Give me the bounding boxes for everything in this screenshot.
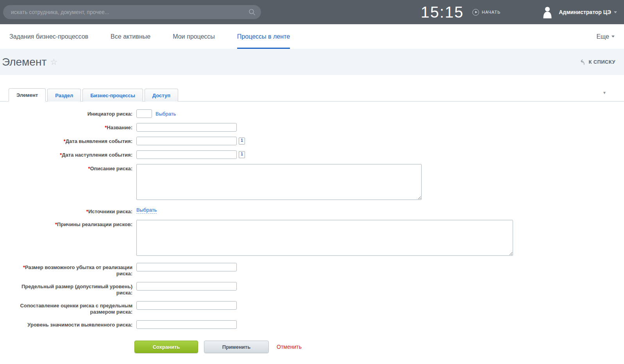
risk-description-textarea[interactable] [136,164,422,200]
start-workday-button[interactable]: НАЧАТЬ [472,9,501,16]
form-row-risk-limit: Предельный размер (допустимый уровень) р… [9,282,615,296]
risk-causes-textarea[interactable] [136,220,513,256]
occurrence-date-input[interactable] [136,150,237,159]
risk-initiator-input[interactable] [136,109,152,118]
field-label: Предельный размер (допустимый уровень) р… [21,284,132,296]
favorite-star-icon[interactable]: ☆ [50,57,57,67]
form-row-possible-loss: *Размер возможного убытка от реализации … [9,263,615,277]
start-workday-label: НАЧАТЬ [482,10,501,14]
nav-more-menu[interactable]: Еще [596,24,615,49]
tab-business-processes[interactable]: Бизнес-процессы [82,89,143,102]
tabs-settings-dropdown-icon[interactable]: ▼ [603,91,606,95]
avatar-icon [542,6,553,18]
cancel-link[interactable]: Отменить [277,344,302,350]
chevron-down-icon [614,11,617,13]
save-button[interactable]: Сохранить [134,341,198,353]
clock: 15:15 [421,4,464,20]
form-row-risk-causes: *Причины реализации рисков: [9,220,615,256]
field-label: Инициатор риска: [88,111,132,117]
back-to-list-link[interactable]: К СПИСКУ [579,59,615,65]
tab-element[interactable]: Элемент [9,88,46,102]
element-form: Инициатор риска: Выбрать *Название: *Дат… [9,102,615,364]
field-label: Сопоставление оценки риска с предельным … [20,303,132,315]
form-row-risk-comparison: Сопоставление оценки риска с предельным … [9,301,615,315]
nav-item-all-active[interactable]: Все активные [111,24,150,49]
tab-access[interactable]: Доступ [145,89,178,102]
search-icon[interactable] [249,9,256,16]
form-row-risk-sources: *Источники риска: Выбрать [9,207,615,215]
chevron-down-icon [611,36,615,37]
risk-comparison-input[interactable] [136,301,237,310]
back-to-list-label: К СПИСКУ [588,59,615,65]
detection-date-input[interactable] [136,137,237,145]
form-row-risk-description: *Описание риска: [9,164,615,200]
risk-significance-input[interactable] [136,320,237,329]
search-input[interactable] [11,9,249,15]
form-row-detection-date: *Дата выявления события: 1 [9,137,615,145]
back-arrow-icon [579,59,585,65]
field-label: Причины реализации рисков: [57,221,132,227]
content-area: Элемент Раздел Бизнес-процессы Доступ ▼ … [0,75,624,364]
nav-item-processes-in-feed[interactable]: Процессы в ленте [237,24,290,49]
nav-more-label: Еще [596,33,609,40]
page-title: Элемент [2,56,46,68]
form-tabs: Элемент Раздел Бизнес-процессы Доступ [0,88,624,102]
apply-button[interactable]: Применить [204,341,269,353]
field-label: Название: [107,125,132,130]
field-label: Источники риска: [88,209,132,214]
form-row-title: *Название: [9,123,615,132]
page-header: Элемент ☆ К СПИСКУ [0,49,624,75]
user-menu[interactable]: Администратор ЦЭ [542,6,617,18]
global-search[interactable] [3,5,261,19]
field-label: Размер возможного убытка от реализации р… [25,264,132,277]
main-navigation: Задания бизнес-процессов Все активные Мо… [0,24,624,49]
form-actions: Сохранить Применить Отменить [134,341,615,353]
risk-sources-choose-link[interactable]: Выбрать [136,207,157,214]
play-icon [472,9,479,16]
risk-initiator-choose-link[interactable]: Выбрать [156,111,176,117]
field-label: Дата наступления события: [62,152,132,158]
top-bar: 15:15 НАЧАТЬ Администратор ЦЭ [0,0,624,24]
form-row-occurrence-date: *Дата наступления события: 1 [9,150,615,159]
field-label: Дата выявления события: [66,138,132,144]
form-row-risk-significance: Уровень значимости выявленного риска: [9,320,615,329]
risk-limit-input[interactable] [136,282,237,291]
field-label: Уровень значимости выявленного риска: [27,322,132,328]
nav-item-my-processes[interactable]: Мои процессы [173,24,215,49]
field-label: Описание риска: [90,166,133,171]
calendar-icon[interactable]: 1 [239,151,245,158]
calendar-icon[interactable]: 1 [239,137,245,145]
user-name: Администратор ЦЭ [559,9,611,15]
form-row-risk-initiator: Инициатор риска: Выбрать [9,109,615,118]
tab-section[interactable]: Раздел [47,89,81,102]
nav-item-bp-tasks[interactable]: Задания бизнес-процессов [9,24,88,49]
possible-loss-input[interactable] [136,263,237,271]
title-input[interactable] [136,123,237,132]
